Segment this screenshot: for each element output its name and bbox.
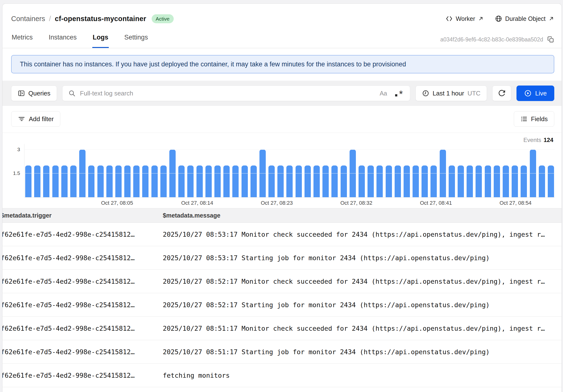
tab-metrics[interactable]: Metrics xyxy=(11,34,33,48)
filter-row: Add filter Fields xyxy=(2,106,562,133)
add-filter-button[interactable]: Add filter xyxy=(11,111,60,127)
chart-x-axis: Oct 27, 08:05Oct 27, 08:14Oct 27, 08:23O… xyxy=(24,197,555,208)
external-arrow-icon xyxy=(549,16,554,22)
chart-bar xyxy=(142,165,149,197)
chart-bar xyxy=(251,165,257,197)
breadcrumb-containers-link[interactable]: Containers xyxy=(11,15,45,23)
chart-bar xyxy=(458,165,464,197)
chart-bar xyxy=(503,165,509,197)
code-brackets-icon xyxy=(446,15,453,22)
trigger-cell: f62e61fe-e7d5-4ed2-998e-c25415812… xyxy=(2,301,135,309)
globe-icon xyxy=(495,15,502,22)
chart-bar xyxy=(305,165,311,197)
log-row[interactable]: f62e61fe-e7d5-4ed2-998e-c25415812… 2025/… xyxy=(2,317,562,340)
events-count: Events124 xyxy=(524,137,553,143)
trigger-cell: f62e61fe-e7d5-4ed2-998e-c25415812… xyxy=(2,372,135,379)
message-cell: 2025/10/27 08:51:17 Monitor check succee… xyxy=(163,325,562,332)
chart-bar xyxy=(223,165,230,197)
trigger-cell: f62e61fe-e7d5-4ed2-998e-c25415812… xyxy=(2,348,135,356)
events-histogram[interactable]: 31.5 xyxy=(24,144,555,197)
message-cell: 2025/10/27 08:53:17 Monitor check succee… xyxy=(163,231,562,238)
x-axis-tick: Oct 27, 08:41 xyxy=(420,200,452,206)
chart-bar xyxy=(196,165,203,197)
worker-link[interactable]: Worker xyxy=(446,15,484,22)
search-icon xyxy=(68,90,76,97)
list-icon xyxy=(520,115,528,123)
refresh-icon xyxy=(498,89,506,97)
message-cell: 2025/10/27 08:53:17 Starting job for mon… xyxy=(163,254,562,262)
chart-bar xyxy=(25,165,31,197)
x-axis-tick: Oct 27, 08:23 xyxy=(261,200,293,206)
chart-bar xyxy=(187,165,193,197)
events-count-value: 124 xyxy=(544,137,553,143)
chart-bar xyxy=(548,165,554,197)
chart-bar xyxy=(395,165,401,197)
trigger-cell: f62e61fe-e7d5-4ed2-998e-c25415812… xyxy=(2,231,135,238)
chart-bar xyxy=(277,165,284,197)
tab-instances[interactable]: Instances xyxy=(48,34,77,48)
column-header-message[interactable]: $metadata.message xyxy=(163,212,562,219)
log-row[interactable]: f62e61fe-e7d5-4ed2-998e-c25415812… fetch… xyxy=(2,364,562,387)
durable-object-link[interactable]: Durable Object xyxy=(495,15,554,22)
case-sensitive-toggle[interactable]: Aa xyxy=(380,90,387,97)
chart-bar xyxy=(521,165,527,197)
events-chart-section: Events124 31.5 Oct 27, 08:05Oct 27, 08:1… xyxy=(2,133,562,208)
chart-bar xyxy=(475,165,482,197)
log-table: $metadata.trigger $metadata.message f62e… xyxy=(2,208,562,387)
banner-text: This container has no instances. If you … xyxy=(20,61,406,68)
log-row[interactable]: f62e61fe-e7d5-4ed2-998e-c25415812… 2025/… xyxy=(2,340,562,364)
log-row[interactable]: f62e61fe-e7d5-4ed2-998e-c25415812… 2025/… xyxy=(2,246,562,270)
chart-bar xyxy=(52,165,59,197)
container-id: a034f2d6-9ef6-4c82-b83c-0e839baa502d xyxy=(440,36,543,43)
tab-settings[interactable]: Settings xyxy=(124,34,149,48)
trigger-cell: f62e61fe-e7d5-4ed2-998e-c25415812… xyxy=(2,325,135,332)
chart-bar xyxy=(313,165,320,197)
message-cell: 2025/10/27 08:51:17 Starting job for mon… xyxy=(163,348,562,356)
message-cell: 2025/10/27 08:52:17 Monitor check succee… xyxy=(163,278,562,285)
queries-button[interactable]: Queries xyxy=(11,86,57,101)
chart-bars xyxy=(25,144,554,197)
chart-bar xyxy=(232,165,239,197)
queries-panel-icon xyxy=(18,90,25,97)
live-button[interactable]: Live xyxy=(516,86,554,101)
chart-bar xyxy=(160,165,167,197)
search-input[interactable] xyxy=(79,89,376,97)
chart-bar xyxy=(485,165,491,197)
log-row[interactable]: f62e61fe-e7d5-4ed2-998e-c25415812… 2025/… xyxy=(2,270,562,293)
timezone-label: UTC xyxy=(468,90,480,97)
chart-gridline xyxy=(25,150,555,150)
search-box: Aa * xyxy=(62,86,410,101)
y-axis-tick: 1.5 xyxy=(13,170,20,176)
regex-toggle-icon[interactable]: * xyxy=(394,89,403,98)
x-axis-tick: Oct 27, 08:05 xyxy=(101,200,133,206)
x-axis-tick: Oct 27, 08:32 xyxy=(340,200,372,206)
message-cell: 2025/10/27 08:52:17 Starting job for mon… xyxy=(163,301,562,309)
refresh-button[interactable] xyxy=(492,86,511,101)
chart-bar xyxy=(88,165,94,197)
chart-bar xyxy=(539,165,545,197)
status-badge: Active xyxy=(152,14,174,23)
filter-lines-icon xyxy=(18,115,26,123)
trigger-cell: f62e61fe-e7d5-4ed2-998e-c25415812… xyxy=(2,254,135,262)
chart-bar xyxy=(286,165,293,197)
log-row[interactable]: f62e61fe-e7d5-4ed2-998e-c25415812… 2025/… xyxy=(2,293,562,317)
page-title: cf-openstatus-mycontainer xyxy=(55,15,146,23)
chart-bar xyxy=(106,165,113,197)
time-range-button[interactable]: Last 1 hour UTC xyxy=(415,86,487,101)
copy-icon[interactable] xyxy=(547,36,554,43)
chart-bar xyxy=(449,165,455,197)
chart-bar xyxy=(431,165,437,197)
x-axis-tick: Oct 27, 08:14 xyxy=(181,200,213,206)
log-toolbar: Queries Aa * xyxy=(2,81,562,106)
clock-icon xyxy=(422,90,429,97)
fields-button[interactable]: Fields xyxy=(514,111,554,127)
tab-bar: Metrics Instances Logs Settings xyxy=(11,34,149,48)
tab-logs[interactable]: Logs xyxy=(92,34,109,48)
external-arrow-icon xyxy=(478,16,484,22)
chart-gridline xyxy=(25,173,555,174)
column-header-trigger[interactable]: $metadata.trigger xyxy=(2,212,163,219)
chart-bar xyxy=(205,165,212,197)
chart-bar xyxy=(341,165,347,197)
no-instances-banner: This container has no instances. If you … xyxy=(11,55,554,73)
log-row[interactable]: f62e61fe-e7d5-4ed2-998e-c25415812… 2025/… xyxy=(2,223,562,246)
